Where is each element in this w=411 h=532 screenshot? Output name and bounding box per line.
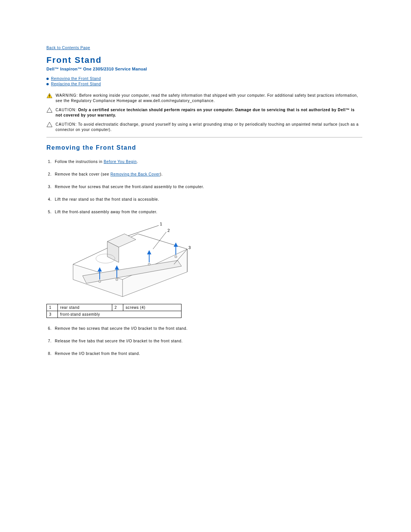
step-text: Remove the back cover (see [55, 172, 110, 176]
step-item: Release the five tabs that secure the I/… [46, 339, 362, 343]
table-row: 3 front-stand assembly [47, 311, 182, 318]
before-you-begin-link[interactable]: Before You Begin [104, 160, 137, 164]
back-to-contents-link[interactable]: Back to Contents Page [46, 46, 90, 50]
caution-notice: CAUTION: Only a certified service techni… [46, 107, 362, 118]
step-text: . [137, 160, 138, 164]
step-item: Remove the two screws that secure the I/… [46, 326, 362, 331]
toc-list: Removing the Front Stand Replacing the F… [46, 77, 362, 86]
page-subtitle: Dell™ Inspiron™ One 2305/2310 Service Ma… [46, 67, 362, 71]
step-text: Follow the instructions in [55, 160, 104, 164]
steps-list: Follow the instructions in Before You Be… [46, 160, 362, 214]
step-text: ). [160, 172, 162, 176]
toc-item: Removing the Front Stand [46, 77, 362, 81]
caution-text-bold: Only a certified service technician shou… [56, 108, 355, 117]
step-item: Lift the rear stand so that the front st… [46, 197, 362, 201]
parts-table: 1 rear stand 2 screws (4) 3 front-stand … [46, 304, 182, 318]
caution-label: CAUTION: [56, 108, 77, 112]
steps-list-continued: Remove the two screws that secure the I/… [46, 326, 362, 356]
toc-link-removing[interactable]: Removing the Front Stand [51, 77, 101, 81]
step-item: Remove the I/O bracket from the front st… [46, 351, 362, 356]
part-label: screws (4) [123, 304, 182, 311]
section-divider [46, 137, 362, 137]
svg-rect-2 [49, 97, 50, 97]
front-stand-diagram: 1 2 3 [62, 222, 199, 299]
svg-marker-13 [174, 243, 177, 246]
part-number: 3 [47, 311, 58, 318]
svg-point-15 [116, 278, 118, 281]
section-title: Removing the Front Stand [46, 144, 362, 151]
caution-text: To avoid electrostatic discharge, ground… [56, 122, 358, 132]
table-row: 1 rear stand 2 screws (4) [47, 304, 182, 311]
toc-link-replacing[interactable]: Replacing the Front Stand [51, 82, 101, 86]
step-item: Lift the front-stand assembly away from … [46, 210, 362, 214]
callout-1: 1 [160, 222, 162, 226]
warning-text: Before working inside your computer, rea… [56, 93, 358, 103]
svg-marker-3 [47, 108, 52, 112]
caution-notice: CAUTION: To avoid electrostatic discharg… [46, 122, 362, 133]
svg-point-16 [148, 263, 150, 265]
caution-icon [46, 122, 53, 133]
warning-icon [46, 93, 53, 104]
page-title: Front Stand [46, 55, 362, 65]
svg-rect-1 [49, 95, 50, 96]
part-number: 1 [47, 304, 58, 311]
part-label: rear stand [58, 304, 112, 311]
bullet-icon [46, 78, 49, 80]
toc-item: Replacing the Front Stand [46, 82, 362, 86]
bullet-icon [46, 83, 49, 85]
step-item: Follow the instructions in Before You Be… [46, 160, 362, 164]
callout-3: 3 [188, 245, 191, 250]
step-item: Remove the four screws that secure the f… [46, 185, 362, 189]
svg-point-17 [175, 256, 177, 258]
part-number: 2 [112, 304, 123, 311]
svg-marker-4 [47, 122, 52, 127]
step-item: Remove the back cover (see Removing the … [46, 172, 362, 176]
caution-icon [46, 107, 53, 118]
caution-label: CAUTION: [56, 122, 77, 126]
svg-line-18 [128, 225, 159, 236]
removing-back-cover-link[interactable]: Removing the Back Cover [110, 172, 160, 176]
warning-notice: WARNING: Before working inside your comp… [46, 93, 362, 104]
svg-point-14 [99, 280, 101, 283]
part-label: front-stand assembly [58, 311, 182, 318]
warning-label: WARNING: [56, 93, 78, 97]
callout-2: 2 [167, 228, 170, 233]
